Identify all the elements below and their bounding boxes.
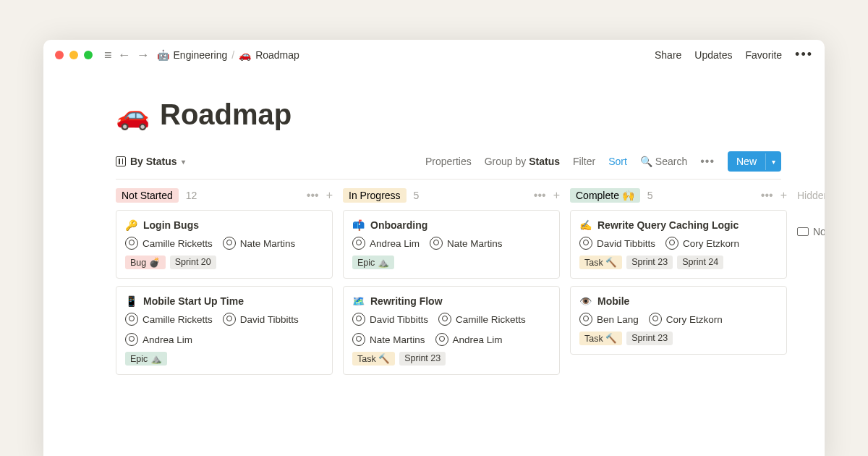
person: David Tibbitts [579,237,655,250]
tag: Sprint 24 [677,256,723,269]
column-count: 5 [414,190,420,201]
card-people: David TibbittsCamille RickettsNate Marti… [352,313,550,346]
share-button[interactable]: Share [655,49,681,61]
titlebar: ≡ ← → 🤖 Engineering / 🚗 Roadmap Share Up… [43,40,825,69]
forward-icon[interactable]: → [137,48,150,62]
tag: Sprint 23 [626,256,673,269]
person: Cory Etzkorn [665,237,739,250]
card-tags: Epic ⛰️ [352,256,550,269]
person-name: David Tibbitts [240,314,299,325]
person: David Tibbitts [352,313,428,326]
person: Nate Martins [430,237,503,250]
person: Nate Martins [352,333,425,346]
avatar-icon [352,313,365,326]
kanban-board: Not Started 12 ••• + 🔑Login BugsCamille … [116,188,781,382]
column-add-icon[interactable]: + [553,189,560,202]
column-more-icon[interactable]: ••• [534,189,546,202]
column-more-icon[interactable]: ••• [307,189,319,202]
chevron-down-icon: ▾ [182,158,185,166]
person-name: Cory Etzkorn [666,314,723,325]
back-icon[interactable]: ← [118,48,131,62]
tag: Bug 💣 [125,256,166,269]
person: Camille Ricketts [438,313,526,326]
tag: Task 🔨 [579,256,622,269]
person: Andrea Lim [352,237,420,250]
sidebar-toggle-icon[interactable]: ≡ [104,48,112,62]
search-button[interactable]: 🔍 Search [640,156,687,167]
board-card[interactable]: 📫OnboardingAndrea LimNate MartinsEpic ⛰️ [343,210,560,279]
breadcrumb-page[interactable]: Roadmap [255,49,299,61]
new-dropdown-icon[interactable]: ▾ [765,153,781,170]
hidden-columns-label[interactable]: Hidden [797,188,825,201]
card-people: Camille RickettsDavid TibbittsAndrea Lim [125,313,323,346]
column-name-tag[interactable]: Complete 🙌 [570,188,640,203]
board-card[interactable]: ✍️Rewrite Query Caching LogicDavid Tibbi… [570,210,787,279]
person-name: Camille Ricketts [142,238,213,249]
avatar-icon [223,237,236,250]
board-column-not-started: Not Started 12 ••• + 🔑Login BugsCamille … [116,188,333,382]
person: Andrea Lim [125,333,192,346]
person: David Tibbitts [223,313,299,326]
breadcrumb-parent[interactable]: Engineering [174,49,228,61]
tag: Epic ⛰️ [352,256,394,269]
column-name-tag[interactable]: In Progress [343,188,407,203]
view-bar: By Status ▾ Properties Group by Status F… [116,151,781,180]
card-people: Ben LangCory Etzkorn [579,313,778,326]
board-card[interactable]: 👁️MobileBen LangCory EtzkornTask 🔨Sprint… [570,286,787,355]
window-controls [55,51,93,59]
column-name-tag[interactable]: Not Started [116,188,179,203]
avatar-icon [125,313,138,326]
card-tags: Epic ⛰️ [125,352,323,366]
updates-button[interactable]: Updates [694,49,732,61]
board-card[interactable]: 🔑Login BugsCamille RickettsNate MartinsB… [116,210,333,279]
tag: Epic ⛰️ [125,352,167,366]
maximize-window-button[interactable] [84,51,93,59]
inbox-icon [797,227,809,236]
group-by-button[interactable]: Group by Status [485,156,560,167]
board-card[interactable]: 🗺️Rewriting FlowDavid TibbittsCamille Ri… [343,286,560,375]
page-title-text[interactable]: Roadmap [160,98,292,131]
card-people: Andrea LimNate Martins [352,237,550,250]
view-more-icon[interactable]: ••• [700,155,715,168]
column-add-icon[interactable]: + [780,189,787,202]
app-window: ≡ ← → 🤖 Engineering / 🚗 Roadmap Share Up… [43,40,825,456]
column-cards: 📫OnboardingAndrea LimNate MartinsEpic ⛰️… [343,210,560,375]
column-more-icon[interactable]: ••• [761,189,773,202]
tag: Sprint 20 [170,256,216,269]
column-cards: ✍️Rewrite Query Caching LogicDavid Tibbi… [570,210,787,355]
empty-group[interactable]: No [797,226,825,237]
card-title-text: Onboarding [370,219,427,231]
card-icon: 📫 [352,219,365,231]
card-icon: 🗺️ [352,295,365,307]
favorite-button[interactable]: Favorite [746,49,783,61]
tag: Sprint 23 [399,352,446,366]
minimize-window-button[interactable] [69,51,78,59]
top-actions: Share Updates Favorite ••• [655,47,813,62]
card-title-text: Mobile Start Up Time [143,295,244,307]
card-people: David TibbittsCory Etzkorn [579,237,778,250]
sort-button[interactable]: Sort [608,156,627,167]
page-title-icon[interactable]: 🚗 [116,99,150,131]
properties-button[interactable]: Properties [425,156,472,167]
tag: Task 🔨 [352,352,395,366]
person-name: Andrea Lim [370,238,420,249]
column-add-icon[interactable]: + [326,189,333,202]
filter-button[interactable]: Filter [573,156,595,167]
view-selector[interactable]: By Status ▾ [116,156,185,167]
person: Camille Ricketts [125,313,213,326]
more-menu-icon[interactable]: ••• [795,47,813,62]
board-card[interactable]: 📱Mobile Start Up TimeCamille RickettsDav… [116,286,333,375]
close-window-button[interactable] [55,51,64,59]
card-title-text: Mobile [597,295,629,307]
card-icon: 👁️ [579,295,592,307]
new-button[interactable]: New ▾ [728,151,781,172]
person-name: Camille Ricketts [456,314,526,325]
avatar-icon [125,237,138,250]
breadcrumb-page-icon: 🚗 [239,49,251,61]
column-count: 12 [186,190,197,201]
avatar-icon [352,333,365,346]
column-header: Not Started 12 ••• + [116,188,333,203]
avatar-icon [435,333,448,346]
column-header: Complete 🙌 5 ••• + [570,188,787,203]
card-tags: Task 🔨Sprint 23 [352,352,550,366]
